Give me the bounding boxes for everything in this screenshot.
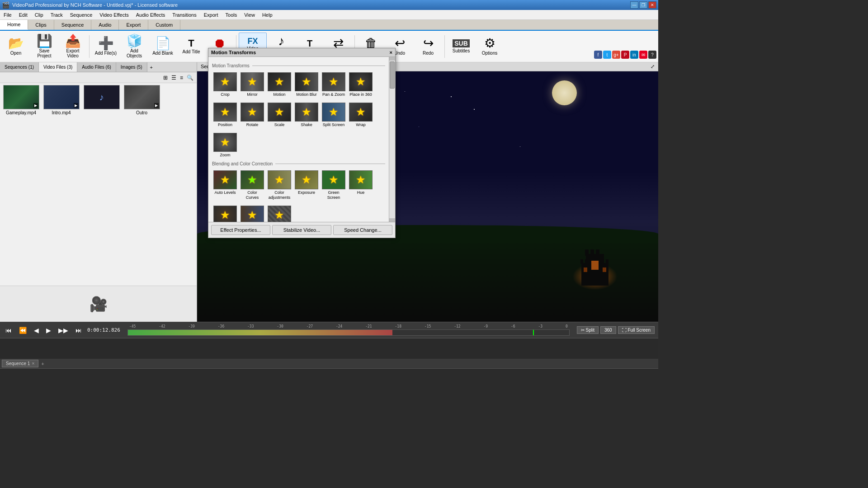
effect-transparency[interactable]: ★ Transparency	[266, 204, 292, 222]
subtitles-button[interactable]: SUB Subtitles	[447, 33, 475, 61]
facebook-icon[interactable]: f	[594, 51, 602, 59]
menu-item-transitions[interactable]: Transitions	[169, 10, 200, 19]
panel-zoom-btn[interactable]: 🔍	[185, 74, 195, 81]
media-item-audio[interactable]: ♪	[82, 85, 121, 284]
tab-custom[interactable]: Custom	[148, 20, 180, 30]
sequence-tab-close[interactable]: ×	[32, 361, 34, 366]
fullscreen-button[interactable]: ⛶ Full Screen	[618, 326, 655, 334]
tl-end-button[interactable]: ⏭	[74, 326, 84, 335]
effect-crop[interactable]: ★ Crop	[212, 71, 238, 99]
effect-hue[interactable]: ★ Hue	[348, 169, 374, 202]
options-button[interactable]: ⚙ Options	[476, 33, 504, 61]
add-objects-button[interactable]: 🧊 Add Objects	[120, 33, 148, 61]
effect-popup-close[interactable]: ×	[390, 50, 392, 55]
audio-files-tab[interactable]: Audio Files (6)	[77, 62, 116, 72]
sequences-tab[interactable]: Sequences (1)	[0, 62, 39, 72]
svg-rect-6	[580, 259, 583, 264]
add-files-button[interactable]: ➕ Add File(s)	[92, 33, 120, 61]
linkedin-icon[interactable]: in	[630, 51, 638, 59]
tab-export[interactable]: Export	[119, 20, 148, 30]
media-item-gameplay[interactable]: ▶ Gameplay.mp4	[2, 85, 40, 284]
effect-scale[interactable]: ★ Scale	[266, 101, 292, 129]
menu-item-sequence[interactable]: Sequence	[66, 10, 96, 19]
export-video-button[interactable]: 📤 Export Video	[59, 33, 87, 61]
add-sequence-button[interactable]: +	[39, 360, 46, 367]
tab-clips[interactable]: Clips	[28, 20, 54, 30]
effect-panzoom[interactable]: ★ Pan & Zoom	[321, 71, 347, 99]
media-item-outro[interactable]: ▶ Outro	[123, 85, 161, 284]
effect-greenscreen[interactable]: ★ Green Screen	[321, 169, 347, 202]
googleplus-icon[interactable]: g+	[612, 51, 620, 59]
social6-icon[interactable]: ?	[648, 51, 656, 59]
menu-item-audio-effects[interactable]: Audio Effects	[132, 10, 169, 19]
motion-transforms-grid: ★ Crop ★ Mirror ★ Motion ★ Motion Blur	[212, 71, 385, 99]
effect-place360[interactable]: ★ Place in 360	[348, 71, 374, 99]
menu-item-edit[interactable]: Edit	[15, 10, 31, 19]
tab-sequence[interactable]: Sequence	[54, 20, 92, 30]
media-item-intro[interactable]: ▶ Intro.mp4	[42, 85, 80, 284]
stabilize-video-button[interactable]: Stabilize Video...	[272, 225, 331, 235]
tl-play-button[interactable]: ▶	[44, 326, 53, 335]
effect-exposure[interactable]: ★ Exposure	[293, 169, 320, 202]
effect-autolevels[interactable]: ★ Auto Levels	[212, 169, 238, 202]
preview-expand-icon[interactable]: ⤢	[651, 64, 655, 70]
effect-splitscreen[interactable]: ★ Split Screen	[321, 101, 347, 129]
video-files-tab[interactable]: Video Files (3)	[39, 62, 77, 72]
effect-mirror[interactable]: ★ Mirror	[239, 71, 265, 99]
effect-motion[interactable]: ★ Motion	[266, 71, 292, 99]
effect-wrap[interactable]: ★ Wrap	[348, 101, 374, 129]
menu-item-video-effects[interactable]: Video Effects	[96, 10, 132, 19]
tl-step-fwd-button[interactable]: ▶▶	[57, 326, 70, 335]
pinterest-icon[interactable]: P	[621, 51, 629, 59]
social5-icon[interactable]: ✉	[639, 51, 647, 59]
sequence-tab-1[interactable]: Sequence 1 ×	[2, 360, 38, 367]
subtitles-icon: SUB	[453, 39, 470, 47]
tab-audio[interactable]: Audio	[91, 20, 119, 30]
open-button[interactable]: 📂 Open	[2, 33, 30, 61]
effect-motionblur[interactable]: ★ Motion Blur	[293, 71, 320, 99]
tl-step-back-button[interactable]: ◀	[32, 326, 41, 335]
twitter-icon[interactable]: t	[603, 51, 611, 59]
effect-zoom[interactable]: ★ Zoom	[212, 131, 238, 159]
panel-list-view-btn[interactable]: ☰	[170, 74, 178, 81]
tl-prev-button[interactable]: ⏪	[17, 326, 28, 335]
restore-button[interactable]: ❐	[639, 1, 647, 9]
menu-item-clip[interactable]: Clip	[31, 10, 47, 19]
effect-properties-button[interactable]: Effect Properties...	[211, 225, 270, 235]
add-panel-tab[interactable]: +	[147, 64, 156, 71]
menu-item-file[interactable]: File	[0, 10, 15, 19]
redo-button[interactable]: ↪ Redo	[414, 33, 442, 61]
minimize-button[interactable]: —	[630, 1, 638, 9]
split-button[interactable]: ✂ Split	[577, 326, 599, 334]
castle-silhouette	[568, 240, 622, 286]
effect-popup-title: Motion Transforms	[211, 50, 256, 55]
effect-temperature[interactable]: ★ Temperature	[239, 204, 265, 222]
panel-details-btn[interactable]: ≡	[179, 74, 184, 81]
menu-item-tools[interactable]: Tools	[222, 10, 241, 19]
effect-rotate[interactable]: ★ Rotate	[239, 101, 265, 129]
images-tab[interactable]: Images (5)	[116, 62, 147, 72]
effect-coloradj[interactable]: ★ Color adjustments	[266, 169, 292, 202]
effect-shake[interactable]: ★ Shake	[293, 101, 320, 129]
effect-position[interactable]: ★ Position	[212, 101, 238, 129]
menu-item-export[interactable]: Export	[200, 10, 222, 19]
blending-grid-2: ★ Saturation ★ Temperature ★ Transparenc…	[212, 204, 385, 222]
effect-colorcurves[interactable]: ★ Color Curves	[239, 169, 265, 202]
effect-scrollbar[interactable]	[389, 57, 395, 222]
add-title-button[interactable]: T Add Title	[177, 33, 205, 61]
menu-item-view[interactable]: View	[241, 10, 259, 19]
tl-start-button[interactable]: ⏮	[4, 326, 14, 335]
close-button[interactable]: ✕	[648, 1, 656, 9]
menu-item-help[interactable]: Help	[259, 10, 276, 19]
panel-tabs: Sequences (1) Video Files (3) Audio File…	[0, 62, 197, 72]
tabbar: HomeClipsSequenceAudioExportCustom	[0, 20, 658, 31]
panel-grid-view-btn[interactable]: ⊞	[162, 74, 169, 81]
speed-change-button[interactable]: Speed Change...	[333, 225, 392, 235]
save-project-button[interactable]: 💾 Save Project	[30, 33, 58, 61]
menu-item-track[interactable]: Track	[47, 10, 66, 19]
360-button[interactable]: 360	[600, 326, 616, 334]
add-blank-button[interactable]: 📄 Add Blank	[149, 33, 177, 61]
tab-home[interactable]: Home	[0, 20, 28, 30]
effect-saturation[interactable]: ★ Saturation	[212, 204, 238, 222]
vol-mark: -3	[538, 324, 542, 328]
